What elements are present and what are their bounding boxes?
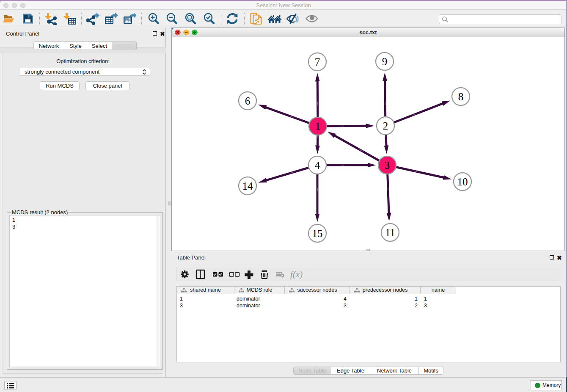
svg-text:2: 2 xyxy=(383,120,388,132)
svg-text:4: 4 xyxy=(315,160,320,171)
svg-text:7: 7 xyxy=(315,56,320,68)
svg-text:10: 10 xyxy=(457,176,468,188)
svg-text:6: 6 xyxy=(245,95,250,107)
svg-text:f(x): f(x) xyxy=(290,269,303,279)
svg-text:1: 1 xyxy=(315,121,321,132)
svg-text:15: 15 xyxy=(312,228,323,239)
svg-text:3: 3 xyxy=(385,160,390,171)
svg-text:9: 9 xyxy=(382,56,388,67)
svg-text:14: 14 xyxy=(242,180,253,192)
svg-text:11: 11 xyxy=(385,227,395,238)
svg-text:8: 8 xyxy=(458,91,464,102)
